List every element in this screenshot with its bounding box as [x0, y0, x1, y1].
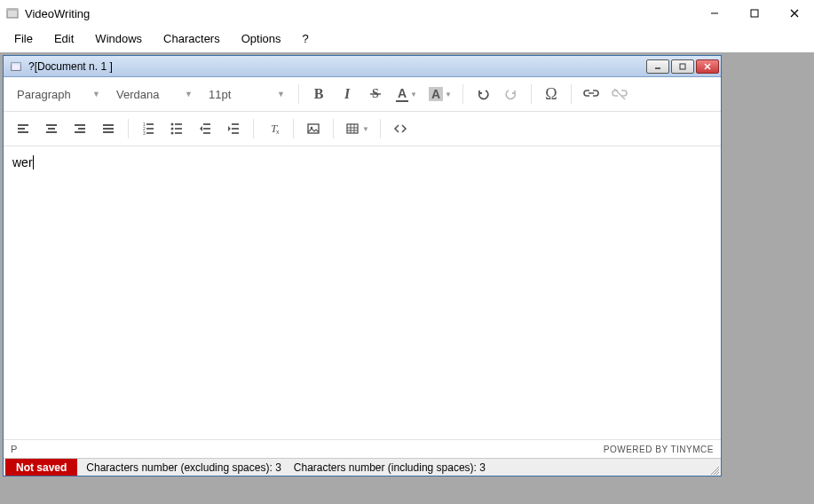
source-code-button[interactable]	[388, 116, 413, 141]
document-title: ?[Document n. 1 ]	[28, 60, 113, 73]
menu-characters[interactable]: Characters	[153, 28, 231, 49]
element-path[interactable]: P	[11, 444, 17, 454]
font-size-label: 11pt	[209, 88, 231, 101]
char-count-excluding: Characters number (excluding spaces): 3	[83, 459, 284, 476]
insert-table-button[interactable]: ▼	[341, 116, 373, 141]
menu-options[interactable]: Options	[231, 28, 292, 49]
resize-grip[interactable]	[708, 464, 719, 475]
powered-by-label: POWERED BY TINYMCE	[604, 445, 714, 454]
document-window-controls	[646, 59, 719, 74]
menu-help[interactable]: ?	[292, 28, 320, 49]
align-right-button[interactable]	[67, 116, 92, 141]
strikethrough-button[interactable]: S	[363, 82, 388, 106]
minimize-button[interactable]	[694, 0, 734, 27]
editor-content-area[interactable]: wer	[4, 146, 721, 439]
document-icon	[9, 59, 23, 74]
menu-file[interactable]: File	[4, 28, 43, 49]
format-select[interactable]: Paragraph▼	[11, 83, 107, 106]
svg-rect-7	[12, 62, 21, 64]
app-title: VideoWriting	[25, 7, 90, 20]
editor-toolbar-row2: 123 Tx	[4, 112, 721, 146]
format-select-label: Paragraph	[17, 88, 71, 101]
font-select-label: Verdana	[116, 88, 159, 101]
bold-button[interactable]: B	[306, 82, 331, 106]
app-titlebar: VideoWriting	[0, 0, 814, 27]
save-state-badge: Not saved	[5, 459, 77, 476]
editor-toolbar-row1: Paragraph▼ Verdana▼ 11pt▼ B I S A▼	[4, 77, 721, 112]
editor: Paragraph▼ Verdana▼ 11pt▼ B I S A▼	[4, 77, 721, 476]
svg-point-33	[171, 123, 174, 126]
maximize-button[interactable]	[734, 0, 774, 27]
insert-image-button[interactable]	[301, 116, 326, 141]
menu-windows[interactable]: Windows	[84, 28, 153, 49]
svg-point-34	[171, 128, 174, 130]
doc-maximize-button[interactable]	[671, 59, 694, 74]
mdi-workspace: ?[Document n. 1 ] Paragraph▼	[0, 52, 814, 504]
link-button[interactable]	[579, 82, 604, 106]
svg-rect-49	[347, 124, 358, 133]
document-titlebar: ?[Document n. 1 ]	[4, 56, 721, 77]
special-char-button[interactable]: Ω	[539, 82, 564, 106]
svg-rect-1	[7, 9, 18, 11]
unordered-list-button[interactable]	[164, 116, 189, 141]
align-justify-button[interactable]	[96, 116, 121, 141]
close-button[interactable]	[774, 0, 814, 27]
undo-button[interactable]	[470, 82, 495, 106]
svg-text:3: 3	[143, 130, 146, 136]
app-icon	[5, 6, 20, 20]
editor-statusbar: P POWERED BY TINYMCE	[4, 439, 721, 458]
svg-rect-47	[308, 124, 319, 133]
window-controls	[694, 0, 814, 27]
background-color-button[interactable]: A▼	[425, 82, 455, 106]
align-left-button[interactable]	[11, 116, 36, 141]
italic-button[interactable]: I	[335, 82, 360, 106]
doc-minimize-button[interactable]	[646, 59, 669, 74]
ordered-list-button[interactable]: 123	[136, 116, 161, 141]
svg-rect-3	[751, 10, 758, 17]
text-color-button[interactable]: A▼	[391, 82, 422, 106]
editor-text: wer	[12, 155, 33, 169]
redo-button[interactable]	[499, 82, 524, 106]
indent-button[interactable]	[221, 116, 246, 141]
svg-text:x: x	[276, 129, 280, 135]
font-size-select[interactable]: 11pt▼	[202, 83, 291, 106]
align-center-button[interactable]	[39, 116, 64, 141]
menubar: File Edit Windows Characters Options ?	[0, 27, 814, 52]
font-select[interactable]: Verdana▼	[110, 83, 199, 106]
text-cursor	[33, 155, 34, 169]
svg-point-35	[171, 132, 174, 135]
doc-close-button[interactable]	[696, 59, 719, 74]
document-window: ?[Document n. 1 ] Paragraph▼	[3, 55, 722, 476]
clear-formatting-button[interactable]: Tx	[261, 116, 286, 141]
svg-rect-9	[680, 64, 685, 69]
document-statusbar: Not saved Characters number (excluding s…	[4, 458, 721, 476]
menu-edit[interactable]: Edit	[43, 28, 84, 49]
outdent-button[interactable]	[193, 116, 217, 141]
char-count-including: Characters number (including spaces): 3	[290, 459, 489, 476]
unlink-button[interactable]	[607, 82, 632, 106]
